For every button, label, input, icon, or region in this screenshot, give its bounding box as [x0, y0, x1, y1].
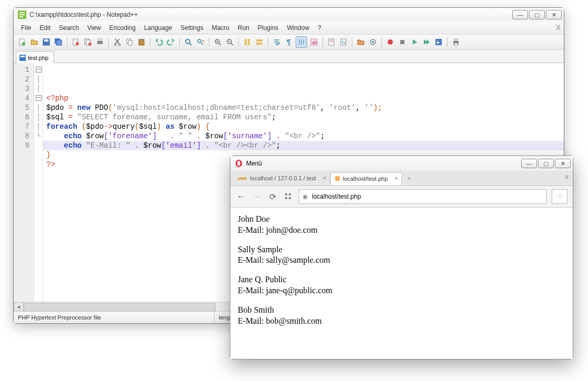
record-macro-icon[interactable]	[385, 37, 396, 47]
close-tab-icon[interactable]: ×	[323, 174, 327, 182]
show-all-chars-icon[interactable]: ¶	[283, 37, 294, 47]
svg-text:fx: fx	[342, 40, 346, 45]
monitoring-icon[interactable]	[368, 37, 378, 47]
speed-dial-icon[interactable]	[283, 191, 293, 202]
bookmark-heart-icon[interactable]: ♡	[552, 189, 567, 204]
play-macro-icon[interactable]	[409, 37, 420, 47]
close-file-icon[interactable]	[70, 37, 81, 47]
npp-title-text: C:\xampp\htdocs\test.php - Notepad++	[29, 11, 511, 18]
line-number: 1	[14, 65, 34, 75]
undo-icon[interactable]	[154, 37, 164, 47]
svg-point-23	[186, 39, 190, 44]
svg-rect-20	[128, 40, 132, 45]
stop-macro-icon[interactable]	[397, 37, 408, 47]
close-all-icon[interactable]	[83, 37, 93, 47]
scrollbar-thumb[interactable]	[24, 303, 216, 312]
result-name: Sally Sample	[238, 244, 565, 255]
svg-point-25	[198, 39, 201, 43]
svg-rect-54	[454, 43, 458, 45]
fold-toggle-icon[interactable]	[36, 67, 42, 73]
toolbar-separator	[179, 37, 180, 47]
menu-file[interactable]: File	[17, 23, 35, 33]
replace-icon[interactable]	[195, 37, 206, 47]
svg-rect-33	[245, 39, 247, 45]
result-name: Jane Q. Public	[238, 274, 565, 285]
url-box[interactable]: ◉	[299, 189, 546, 204]
doc-map-icon[interactable]	[326, 37, 337, 47]
toolbar-separator	[209, 37, 209, 47]
function-list-icon[interactable]: fx	[338, 37, 349, 47]
back-button[interactable]: ←	[236, 191, 246, 202]
svg-line-31	[231, 43, 233, 45]
svg-point-14	[88, 43, 92, 46]
sync-vert-icon[interactable]	[242, 37, 252, 47]
open-file-icon[interactable]	[29, 37, 39, 47]
svg-rect-50	[400, 40, 404, 44]
line-number: 6	[14, 112, 34, 122]
site-info-icon[interactable]: ◉	[302, 193, 308, 200]
cut-icon[interactable]	[112, 37, 123, 47]
new-file-icon[interactable]	[17, 37, 27, 47]
word-wrap-icon[interactable]	[271, 37, 282, 47]
menu-encoding[interactable]: Encoding	[105, 23, 140, 33]
menu-search[interactable]: Search	[55, 23, 83, 33]
save-icon[interactable]	[41, 37, 52, 47]
new-tab-button[interactable]: ＋	[402, 172, 417, 184]
result-entry: Sally Sample E-Mail: sally@sample.com	[238, 244, 565, 266]
toolbar-separator	[447, 37, 448, 47]
menu-language[interactable]: Language	[140, 23, 176, 33]
close-secondary-icon[interactable]: X	[556, 23, 561, 32]
svg-point-11	[76, 42, 79, 45]
tab-test-php[interactable]: test.php	[16, 51, 54, 63]
copy-icon[interactable]	[124, 37, 135, 47]
result-email: E-Mail: john@doe.com	[238, 225, 565, 236]
menu-macro[interactable]: Macro	[208, 23, 234, 33]
tab-localhost-test[interactable]: ⊠ localhost/test.php ×	[330, 172, 402, 185]
zoom-in-icon[interactable]	[212, 37, 223, 47]
menu-edit[interactable]: Edit	[35, 23, 55, 33]
toolbar-separator	[238, 37, 239, 47]
toolbar-separator	[352, 37, 352, 47]
close-tab-icon[interactable]: ×	[394, 175, 398, 182]
print-now-icon[interactable]	[451, 37, 461, 47]
svg-rect-1	[19, 12, 25, 13]
line-number: 7	[14, 122, 34, 131]
close-button[interactable]: ✕	[546, 10, 562, 19]
scroll-left-icon[interactable]: ◄	[14, 302, 24, 311]
npp-titlebar: C:\xampp\htdocs\test.php - Notepad++ — ▢…	[14, 8, 564, 22]
print-icon[interactable]	[95, 37, 105, 47]
reload-button[interactable]: ⟳	[267, 191, 278, 202]
paste-icon[interactable]	[136, 37, 147, 47]
menu-run[interactable]: Run	[234, 23, 254, 33]
save-macro-icon[interactable]	[433, 37, 444, 47]
forward-button[interactable]: →	[251, 191, 262, 202]
tab-label: localhost/test.php	[343, 176, 388, 182]
menu-help[interactable]: ?	[313, 23, 326, 33]
tab-phpmyadmin[interactable]: pMA localhost / 127.0.0.1 / test ×	[234, 172, 330, 184]
opera-address-bar: ← → ⟳ ◉ ♡	[230, 186, 573, 208]
find-icon[interactable]	[183, 37, 194, 47]
zoom-out-icon[interactable]	[225, 37, 235, 47]
folder-icon[interactable]	[356, 37, 366, 47]
notepad-plus-plus-icon	[18, 11, 26, 19]
user-lang-icon[interactable]: ab	[309, 37, 319, 47]
minimize-button[interactable]: —	[512, 10, 528, 19]
toolbar-separator	[268, 37, 268, 47]
menu-plugins[interactable]: Plugins	[254, 23, 282, 33]
play-multi-icon[interactable]	[421, 37, 432, 47]
indent-guide-icon[interactable]	[296, 36, 307, 48]
page-content: John Doe E-Mail: john@doe.com Sally Samp…	[230, 208, 573, 359]
fold-toggle-icon[interactable]	[36, 95, 42, 101]
all-tabs-icon[interactable]: ≡	[565, 173, 569, 181]
svg-text:ab: ab	[312, 40, 317, 45]
status-filetype: PHP Hypertext Preprocessor file	[14, 312, 215, 323]
menu-settings[interactable]: Settings	[176, 23, 207, 33]
menu-view[interactable]: View	[83, 23, 105, 33]
maximize-button[interactable]: ▢	[529, 10, 545, 19]
redo-icon[interactable]	[166, 37, 176, 47]
sync-horiz-icon[interactable]	[254, 37, 265, 47]
url-input[interactable]	[311, 192, 543, 201]
save-all-icon[interactable]	[53, 37, 64, 47]
menu-window[interactable]: Window	[282, 23, 313, 33]
opera-tabstrip: pMA localhost / 127.0.0.1 / test × ⊠ loc…	[230, 171, 573, 186]
